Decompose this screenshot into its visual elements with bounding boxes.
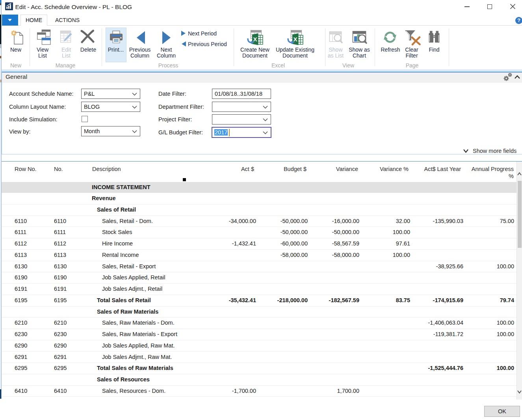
svg-text:X: X bbox=[293, 36, 297, 43]
svg-text:X: X bbox=[253, 36, 257, 43]
